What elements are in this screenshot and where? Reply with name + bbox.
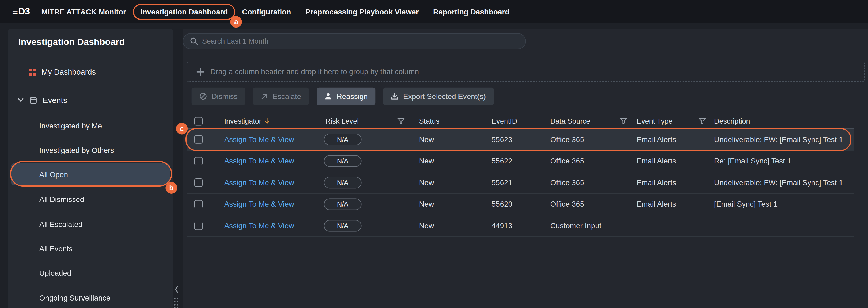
column-header-risk-level[interactable]: Risk Level [326, 117, 359, 125]
toolbar: Dismiss Escalate Reassign Export Selecte… [192, 88, 868, 105]
sidebar-item-all-escalated[interactable]: All Escalated [11, 212, 170, 236]
event-type-value: Email Alerts [637, 135, 676, 144]
group-by-hint: Drag a column header and drop it here to… [210, 67, 419, 76]
sidebar-item-uploaded[interactable]: Uploaded [11, 260, 170, 285]
event-row: Assign To Me & View N/A New 55620 Office… [187, 194, 854, 215]
nav-reporting-dashboard[interactable]: Reporting Dashboard [426, 4, 517, 19]
row-checkbox[interactable] [194, 157, 203, 165]
assign-to-me-link[interactable]: Assign To Me & View [224, 157, 294, 165]
dashboards-grid-icon [29, 68, 36, 75]
sidebar-item-all-open[interactable]: All Open b [11, 163, 170, 185]
escalate-arrow-icon [261, 93, 268, 100]
status-value: New [419, 157, 434, 165]
data-source-value: Office 365 [550, 135, 584, 144]
d3-logo: ≡ D3 [12, 6, 30, 18]
event-row: Assign To Me & View N/A New 55623 Office… [187, 129, 854, 151]
move-plus-icon [196, 68, 204, 75]
chevron-down-icon [18, 98, 24, 102]
data-source-value: Office 365 [550, 179, 584, 187]
sidebar-collapse-chevron[interactable] [173, 283, 180, 296]
nav-preprocessing-playbook-viewer[interactable]: Preprocessing Playbook Viewer [298, 4, 426, 19]
data-source-value: Customer Input [550, 222, 601, 230]
row-checkbox[interactable] [194, 222, 203, 230]
group-by-drop-zone[interactable]: Drag a column header and drop it here to… [187, 62, 865, 82]
sidebar-item-investigated-by-me[interactable]: Investigated by Me [11, 114, 170, 138]
nav-investigation-dashboard[interactable]: Investigation Dashboard a [133, 4, 235, 19]
app-window: ≡ D3 MITRE ATT&CK Monitor Investigation … [0, 0, 868, 308]
column-header-event-type[interactable]: Event Type [637, 117, 672, 125]
person-icon [324, 92, 332, 100]
row-checkbox[interactable] [194, 179, 203, 187]
sidebar-item-investigated-by-others[interactable]: Investigated by Others [11, 138, 170, 162]
sidebar-item-my-dashboards[interactable]: My Dashboards [29, 65, 96, 79]
event-id-value: 55620 [492, 200, 513, 209]
filter-funnel-icon-risk-level[interactable] [398, 118, 405, 124]
risk-level-badge: N/A [324, 155, 362, 167]
description-value: [Email Sync] Test 1 [714, 200, 778, 209]
events-table: Investigator Risk Level Status EventID D… [187, 114, 854, 237]
event-row: Assign To Me & View N/A New 55621 Office… [187, 172, 854, 194]
sidebar: Investigation Dashboard My Dashboards Ev… [8, 29, 173, 308]
assign-to-me-link[interactable]: Assign To Me & View [224, 179, 294, 187]
assign-to-me-link[interactable]: Assign To Me & View [224, 200, 294, 209]
data-source-value: Office 365 [550, 200, 584, 209]
risk-level-badge: N/A [324, 198, 362, 210]
sidebar-item-all-dismissed[interactable]: All Dismissed [11, 187, 170, 211]
escalate-button[interactable]: Escalate [253, 88, 309, 105]
event-id-value: 55622 [492, 157, 513, 165]
column-header-status[interactable]: Status [419, 117, 439, 125]
event-row: Assign To Me & View N/A New 55622 Office… [187, 151, 854, 172]
risk-level-badge: N/A [324, 177, 362, 188]
search-icon [190, 37, 198, 45]
dismiss-icon [199, 92, 207, 100]
events-calendar-icon [29, 96, 37, 104]
description-value: Undeliverable: FW: [Email Sync] Test 1 [714, 179, 843, 187]
event-row: Assign To Me & View N/A New 44913 Custom… [187, 215, 854, 237]
export-button[interactable]: Export Selected Event(s) [383, 88, 494, 105]
status-value: New [419, 135, 434, 144]
status-value: New [419, 200, 434, 209]
row-checkbox[interactable] [194, 200, 203, 209]
sidebar-item-ongoing-surveillance[interactable]: Ongoing Surveillance [11, 285, 170, 308]
nav-mitre-attack-monitor[interactable]: MITRE ATT&CK Monitor [34, 4, 133, 19]
annotation-b-box [10, 161, 172, 186]
event-id-value: 55621 [492, 179, 513, 187]
description-value: Re: [Email Sync] Test 1 [714, 157, 791, 165]
search-bar [183, 33, 526, 49]
status-value: New [419, 222, 434, 230]
top-navigation: ≡ D3 MITRE ATT&CK Monitor Investigation … [0, 0, 868, 23]
download-icon [391, 92, 399, 100]
table-header: Investigator Risk Level Status EventID D… [187, 114, 854, 129]
column-header-data-source[interactable]: Data Source [550, 117, 590, 125]
column-header-description[interactable]: Description [714, 117, 750, 125]
sidebar-item-all-events[interactable]: All Events [11, 236, 170, 260]
event-id-value: 55623 [492, 135, 513, 144]
assign-to-me-link[interactable]: Assign To Me & View [224, 135, 294, 144]
sidebar-group-events[interactable]: Events [18, 93, 67, 107]
row-checkbox[interactable] [194, 135, 203, 144]
dismiss-button[interactable]: Dismiss [192, 88, 245, 105]
event-id-value: 44913 [492, 222, 513, 230]
data-source-value: Office 365 [550, 157, 584, 165]
column-header-event-id[interactable]: EventID [492, 117, 517, 125]
column-header-investigator[interactable]: Investigator [224, 117, 261, 125]
sidebar-title: Investigation Dashboard [18, 37, 125, 47]
reassign-button[interactable]: Reassign [317, 88, 375, 105]
filter-funnel-icon-data-source[interactable] [620, 118, 627, 124]
select-all-checkbox[interactable] [194, 117, 203, 125]
risk-level-badge: N/A [324, 133, 362, 145]
sidebar-resize-grip[interactable] [174, 298, 179, 308]
annotation-c-badge: c [176, 123, 188, 134]
nav-configuration[interactable]: Configuration [235, 4, 298, 19]
sort-descending-icon [265, 118, 270, 124]
description-value: Undeliverable: FW: [Email Sync] Test 1 [714, 135, 843, 144]
risk-level-badge: N/A [324, 220, 362, 232]
assign-to-me-link[interactable]: Assign To Me & View [224, 222, 294, 230]
filter-funnel-icon-event-type[interactable] [699, 118, 706, 124]
d3-logo-icon: ≡ [12, 6, 18, 18]
main-content: Drag a column header and drop it here to… [183, 29, 868, 308]
status-value: New [419, 179, 434, 187]
event-type-value: Email Alerts [637, 157, 676, 165]
event-type-value: Email Alerts [637, 200, 676, 209]
search-input[interactable] [202, 37, 525, 45]
